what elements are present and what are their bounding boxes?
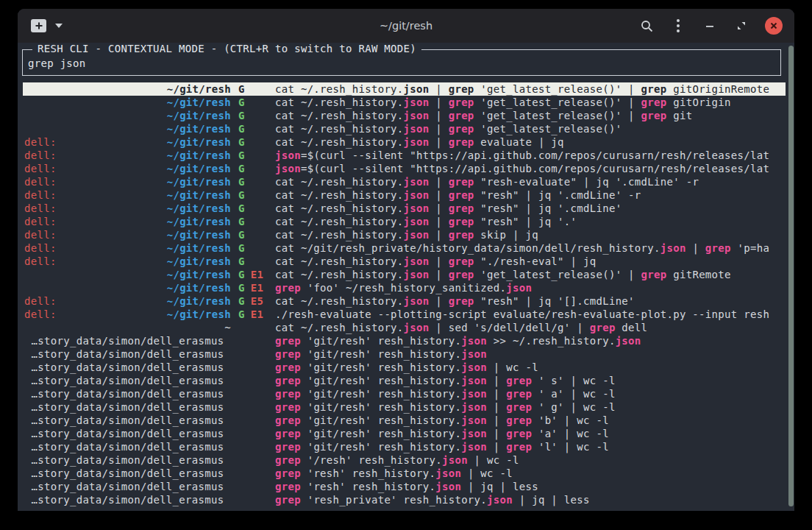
history-row[interactable]: dell:~/git/reshGcat ~/.resh_history.json… bbox=[23, 255, 786, 268]
git-flag: G bbox=[238, 202, 245, 215]
command-text: cat ~/.resh_history.json | grep "./resh-… bbox=[275, 255, 784, 268]
flags bbox=[238, 347, 269, 361]
history-row[interactable]: ~/git/reshGcat ~/.resh_history.json | gr… bbox=[23, 122, 786, 135]
match-highlight: grep bbox=[449, 255, 474, 267]
history-row[interactable]: dell:~/git/reshGjson=$(curl --silent "ht… bbox=[23, 162, 786, 175]
tabs-dropdown-icon[interactable] bbox=[55, 24, 63, 28]
history-row[interactable]: dell:~/git/reshGjson=$(curl --silent "ht… bbox=[23, 149, 786, 162]
history-row[interactable]: …story_data/simon/dell_erasmusgrep 'resh… bbox=[23, 467, 786, 480]
path-label: ~/git/resh bbox=[167, 109, 231, 122]
match-highlight: json bbox=[616, 335, 641, 347]
row-left: ~/git/resh bbox=[24, 122, 231, 135]
match-highlight: grep bbox=[506, 428, 532, 439]
history-row[interactable]: …story_data/simon/dell_erasmusgrep 'git/… bbox=[23, 400, 786, 414]
path-label: …story_data/simon/dell_erasmus bbox=[32, 440, 224, 453]
match-highlight: grep bbox=[449, 176, 474, 188]
match-highlight: grep bbox=[275, 348, 301, 360]
history-row[interactable]: ~/git/reshGcat ~/.resh_history.json | gr… bbox=[23, 82, 786, 96]
match-highlight: json bbox=[275, 149, 301, 161]
match-highlight: grep bbox=[449, 229, 474, 241]
new-tab-icon[interactable] bbox=[31, 19, 46, 32]
git-flag: G bbox=[238, 281, 245, 294]
path-label: …story_data/simon/dell_erasmus bbox=[32, 467, 224, 480]
match-highlight: json bbox=[404, 110, 430, 121]
host-label: dell: bbox=[24, 175, 57, 188]
path-label: …story_data/simon/dell_erasmus bbox=[32, 453, 224, 467]
history-row[interactable]: …story_data/simon/dell_erasmusgrep 'git/… bbox=[23, 334, 786, 347]
history-row[interactable]: dell:~/git/reshGcat ~/.resh_history.json… bbox=[23, 202, 786, 215]
flags bbox=[238, 387, 269, 400]
menu-icon[interactable] bbox=[670, 18, 686, 34]
path-label: ~ bbox=[224, 321, 231, 334]
history-row[interactable]: …story_data/simon/dell_erasmusgrep '/res… bbox=[23, 453, 786, 467]
path-label: …story_data/simon/dell_erasmus bbox=[32, 493, 224, 506]
match-highlight: json bbox=[461, 388, 487, 400]
flags bbox=[238, 440, 269, 453]
row-left: dell:~/git/resh bbox=[24, 175, 231, 188]
history-row[interactable]: dell:~/git/reshGcat ~/git/resh_private/h… bbox=[23, 241, 786, 255]
history-row[interactable]: ~/git/reshGE1grep 'foo' ~/resh_history_s… bbox=[23, 281, 786, 294]
history-row[interactable]: …story_data/simon/dell_erasmusgrep 'git/… bbox=[23, 414, 786, 427]
history-row[interactable]: …story_data/simon/dell_erasmusgrep 'resh… bbox=[23, 480, 786, 493]
path-label: ~/git/resh bbox=[167, 215, 231, 228]
command-text: cat ~/.resh_history.json | grep 'get_lat… bbox=[275, 109, 784, 122]
command-text: cat ~/.resh_history.json | grep evaluate… bbox=[275, 135, 784, 149]
git-flag: G bbox=[238, 162, 245, 175]
history-row[interactable]: …story_data/simon/dell_erasmusgrep 'git/… bbox=[23, 374, 786, 387]
terminal-content[interactable]: RESH CLI - CONTEXTUAL MODE - (CTRL+R to … bbox=[18, 43, 794, 511]
row-left: …story_data/simon/dell_erasmus bbox=[24, 440, 231, 453]
history-row[interactable]: …story_data/simon/dell_erasmusgrep 'git/… bbox=[23, 347, 786, 361]
command-text: cat ~/.resh_history.json | grep 'get_lat… bbox=[275, 268, 784, 281]
match-highlight: json bbox=[404, 202, 430, 214]
history-row[interactable]: …story_data/simon/dell_erasmusgrep 'git/… bbox=[23, 361, 786, 374]
titlebar[interactable]: ~/git/resh bbox=[18, 9, 794, 43]
history-row[interactable]: …story_data/simon/dell_erasmusgrep 'git/… bbox=[23, 427, 786, 440]
history-row[interactable]: dell:~/git/reshGE5cat ~/.resh_history.js… bbox=[23, 294, 786, 308]
git-flag: G bbox=[238, 308, 245, 321]
search-icon[interactable] bbox=[638, 18, 655, 34]
history-row[interactable]: ~cat ~/.resh_history.json | sed 's/dell/… bbox=[23, 321, 786, 334]
match-highlight: json bbox=[506, 282, 532, 294]
path-label: …story_data/simon/dell_erasmus bbox=[32, 347, 224, 361]
git-flag: G bbox=[238, 255, 245, 268]
match-highlight: json bbox=[461, 414, 487, 426]
history-row[interactable]: …story_data/simon/dell_erasmusgrep 'git/… bbox=[23, 387, 786, 400]
command-text: grep 'git/resh' resh_history.json bbox=[275, 347, 784, 361]
path-label: …story_data/simon/dell_erasmus bbox=[32, 374, 224, 387]
command-text: grep 'resh' resh_history.json | wc -l bbox=[275, 467, 784, 480]
match-highlight: grep bbox=[590, 322, 616, 333]
row-left: …story_data/simon/dell_erasmus bbox=[24, 414, 231, 427]
history-row[interactable]: dell:~/git/reshGcat ~/.resh_history.json… bbox=[23, 175, 786, 188]
history-row[interactable]: dell:~/git/reshGcat ~/.resh_history.json… bbox=[23, 215, 786, 228]
history-row[interactable]: …story_data/simon/dell_erasmusgrep 'resh… bbox=[23, 493, 786, 506]
minimize-icon[interactable] bbox=[702, 18, 718, 34]
match-highlight: grep bbox=[275, 361, 301, 373]
restore-icon[interactable] bbox=[733, 18, 749, 34]
history-row[interactable]: dell:~/git/reshGcat ~/.resh_history.json… bbox=[23, 228, 786, 241]
git-flag: G bbox=[238, 122, 245, 135]
close-icon[interactable] bbox=[765, 17, 783, 35]
history-row[interactable]: …story_data/simon/dell_erasmusgrep 'git/… bbox=[23, 440, 786, 453]
history-row[interactable]: dell:~/git/reshGcat ~/.resh_history.json… bbox=[23, 135, 786, 149]
history-row[interactable]: dell:~/git/reshGcat ~/.resh_history.json… bbox=[23, 188, 786, 202]
resh-mode-title: RESH CLI - CONTEXTUAL MODE - (CTRL+R to … bbox=[32, 43, 421, 54]
command-text: grep 'resh' resh_history.json | jq | les… bbox=[275, 480, 784, 493]
match-highlight: json bbox=[461, 428, 487, 439]
row-left: …story_data/simon/dell_erasmus bbox=[24, 493, 231, 506]
row-left: dell:~/git/resh bbox=[24, 294, 231, 308]
git-flag: G bbox=[238, 135, 245, 149]
history-row[interactable]: dell:~/git/reshGE1./resh-evaluate --plot… bbox=[23, 308, 786, 321]
path-label: ~/git/resh bbox=[167, 149, 231, 162]
path-label: ~/git/resh bbox=[167, 241, 231, 255]
path-label: ~/git/resh bbox=[167, 82, 231, 96]
row-left: dell:~/git/resh bbox=[24, 135, 231, 149]
path-label: …story_data/simon/dell_erasmus bbox=[32, 361, 224, 374]
history-row[interactable]: ~/git/reshGcat ~/.resh_history.json | gr… bbox=[23, 109, 786, 122]
row-left: dell:~/git/resh bbox=[24, 149, 231, 162]
match-highlight: grep bbox=[705, 242, 731, 254]
scrollbar[interactable] bbox=[788, 46, 794, 506]
history-row[interactable]: ~/git/reshGE1cat ~/.resh_history.json | … bbox=[23, 268, 786, 281]
row-left: dell:~/git/resh bbox=[24, 215, 231, 228]
flags: G bbox=[238, 82, 269, 96]
history-row[interactable]: ~/git/reshGcat ~/.resh_history.json | gr… bbox=[23, 96, 786, 109]
